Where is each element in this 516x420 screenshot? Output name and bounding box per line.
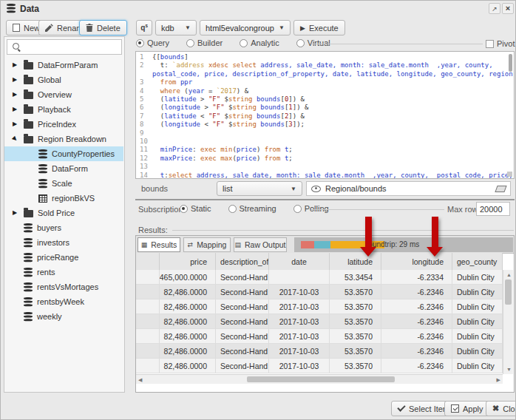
tree-item-rents[interactable]: rents [4,265,123,280]
query-mode-builder[interactable]: Builder [186,38,223,47]
tree-collapsed-arrow-icon[interactable]: ▶ [10,106,19,112]
tree-collapsed-arrow-icon[interactable]: ▶ [10,210,19,216]
tree-item-overview[interactable]: ▶Overview [4,87,123,102]
tree-collapsed-arrow-icon[interactable]: ▶ [10,121,19,127]
query-mode-virtual[interactable]: Virtual [296,38,330,47]
folder-icon [24,77,33,84]
tree-item-playback[interactable]: ▶Playback [4,102,123,117]
tree-item-regionbkvs[interactable]: regionBkVS [4,191,123,206]
code-text: where (year = `2017) & [151,87,248,95]
horizontal-scrollbar[interactable]: ◀ ▶ [136,374,503,384]
parameter-type-select[interactable]: list ▼ [217,181,302,196]
eraser-icon[interactable] [495,186,506,192]
scroll-left-icon[interactable]: ◀ [138,377,142,382]
pivot-option[interactable]: Pivot [486,39,515,48]
subscription-mode-static[interactable]: Static [180,204,211,213]
column-header-index[interactable] [136,253,160,270]
close-button[interactable]: ✖ Close [486,401,516,416]
column-header-description_of_...[interactable]: description_of_... [216,253,269,270]
scroll-right-icon[interactable]: ▶ [497,377,500,382]
tree-item-countyproperties[interactable]: CountyProperties [4,146,123,161]
code-lines: 1{[bounds]2 t: `address xdesc select add… [136,53,514,179]
folder-icon [24,62,33,70]
tab-mapping[interactable]: ⇄Mapping [183,237,231,252]
tree-item-sold-price[interactable]: ▶Sold Price [4,206,123,220]
tree-item-buyers[interactable]: buyers [4,220,123,235]
parameter-value-field[interactable]: Regional/bounds [306,181,511,196]
pivot-checkbox[interactable] [486,40,494,48]
editor-scrollbar-thumb[interactable] [509,54,512,72]
query-mode-radio-virtual[interactable] [296,39,305,47]
subscription-mode-radio-static[interactable] [180,205,188,213]
tree-item-dataform[interactable]: DataForm [4,161,123,176]
apply-button[interactable]: Apply [444,401,490,416]
tab-raw-output[interactable]: ▤Raw Output [234,237,287,252]
vertical-scrollbar-thumb[interactable] [505,280,512,305]
table-row[interactable]: 82,486.0000Second-Hand Dw2017-10-0353.35… [136,299,503,314]
subscription-mode-radio-polling[interactable] [293,205,302,213]
tree-item-rentsbyweek[interactable]: rentsbyWeek [4,294,123,309]
column-header-price[interactable]: price [160,253,216,270]
connection-select[interactable]: kdb ▼ [155,20,197,35]
subscription-mode-polling[interactable]: Polling [293,204,329,213]
tree-item-label: regionBkVS [52,194,95,203]
tree-item-pricerange[interactable]: priceRange [4,250,123,265]
scroll-up-icon[interactable]: ▲ [506,272,512,277]
table-cell: -6.2334 [381,270,452,284]
column-header-geo_county[interactable]: geo_county [452,253,503,270]
query-mode-analytic[interactable]: Analytic [240,38,279,47]
tree-expanded-arrow-icon[interactable]: ▶ [10,134,20,144]
tree-item-weekly[interactable]: weekly [4,309,123,324]
tree-collapsed-arrow-icon[interactable]: ▶ [10,62,19,68]
tree-item-scale[interactable]: Scale [4,176,123,191]
expand-window-icon[interactable]: ↗ [489,3,500,14]
eye-icon[interactable] [311,186,321,192]
close-window-icon[interactable]: × [502,3,514,14]
folder-icon [24,106,33,114]
tree-item-dataformparam[interactable]: ▶DataFormParam [4,58,123,72]
results-section-label: Results: [138,226,168,234]
max-rows-input[interactable] [476,202,510,216]
vertical-scrollbar[interactable]: ▲ ▼ [503,270,513,374]
table-row[interactable]: 82,486.0000Second-Hand Dw2017-10-0353.35… [136,344,503,359]
column-header-date[interactable]: date [269,253,330,270]
tree-collapsed-arrow-icon[interactable]: ▶ [10,77,19,83]
connection-group-select[interactable]: html5evalcongroup ▼ [200,20,291,35]
execute-button[interactable]: ▶ Execute [293,20,345,35]
process-button[interactable]: q$ [136,20,152,35]
table-cell [269,270,330,284]
chevron-down-icon: ▼ [185,24,191,31]
tree-item-rentsvsmortages[interactable]: rentsVsMortages [4,280,123,294]
delete-button[interactable]: Delete [79,20,127,35]
subscription-mode-radio-streaming[interactable] [228,205,237,213]
table-row[interactable]: 82,486.0000Second-Hand Dw2017-10-0353.35… [136,285,503,299]
query-mode-radio-analytic[interactable] [240,39,248,47]
horizontal-scrollbar-thumb[interactable] [247,376,395,382]
raw-output-icon: ▤ [235,241,242,248]
parameter-type-value: list [223,184,232,193]
tree-item-label: Overview [38,90,72,99]
search-icon [12,42,21,52]
table-row[interactable]: 465,000.0000Second-Hand Dw53.3454-6.2334… [136,270,503,285]
tree-item-global[interactable]: ▶Global [4,72,123,87]
scroll-down-icon[interactable]: ▼ [506,367,512,372]
query-mode-radio-builder[interactable] [186,39,194,47]
query-mode-query[interactable]: Query [136,38,169,47]
query-mode-radio-query[interactable] [136,39,144,47]
table-row[interactable]: 82,486.0000Second-Hand Dw2017-10-0353.35… [136,359,503,373]
close-x-icon: ✖ [492,404,499,413]
tree-collapsed-arrow-icon[interactable]: ▶ [10,92,19,98]
code-editor[interactable]: 1{[bounds]2 t: `address xdesc select add… [135,51,515,179]
tree-item-region-breakdown[interactable]: ▶Region Breakdown [4,132,123,146]
table-row[interactable]: 82,486.0000Second-Hand Dw2017-10-0353.35… [136,329,503,344]
search-input[interactable] [26,42,117,52]
tree-item-investors[interactable]: investors [4,235,123,250]
table-cell: 82,486.0000 [160,344,216,358]
search-box[interactable] [7,39,122,55]
table-row[interactable]: 82,486.0000Second-Hand Dw2017-10-0353.35… [136,314,503,329]
results-panel: ▦Results⇄Mapping▤Raw Output roundtrip: 2… [135,235,515,393]
tree-item-priceindex[interactable]: ▶PriceIndex [4,117,123,132]
table-cell: 2017-10-03 [269,344,330,358]
subscription-mode-streaming[interactable]: Streaming [228,204,276,213]
tab-results[interactable]: ▦Results [138,237,180,252]
